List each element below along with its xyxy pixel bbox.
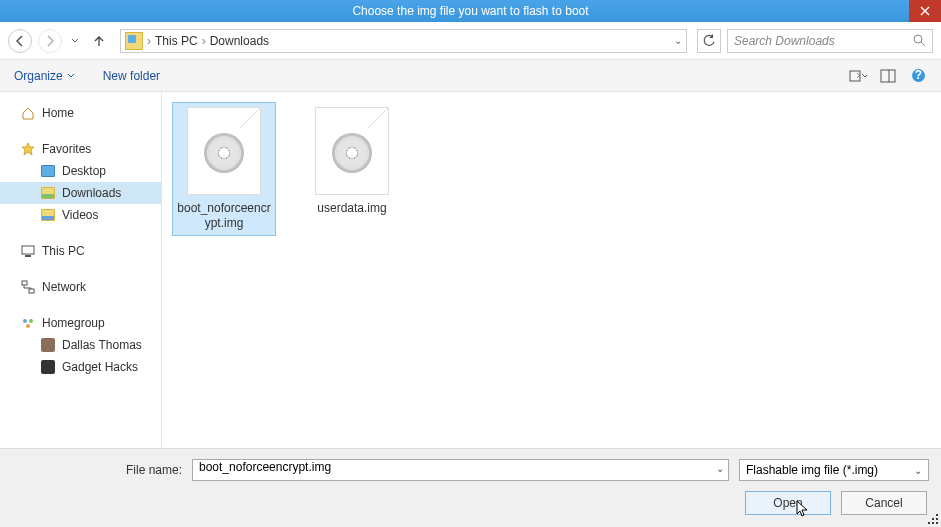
disc-icon (332, 133, 372, 173)
titlebar: Choose the img file you want to flash to… (0, 0, 941, 22)
refresh-button[interactable] (697, 29, 721, 53)
file-type-filter[interactable]: Flashable img file (*.img) ⌄ (739, 459, 929, 481)
open-button[interactable]: Open (745, 491, 831, 515)
open-label: Open (773, 496, 802, 510)
file-thumbnail (187, 107, 261, 195)
arrow-left-icon (14, 35, 26, 47)
resize-grip-icon[interactable] (927, 513, 939, 525)
sidebar: Home Favorites Desktop Downloads Videos (0, 92, 162, 473)
cancel-label: Cancel (865, 496, 902, 510)
cancel-button[interactable]: Cancel (841, 491, 927, 515)
file-label: userdata.img (305, 201, 399, 216)
file-thumbnail (315, 107, 389, 195)
svg-rect-2 (881, 70, 895, 82)
svg-rect-7 (25, 255, 31, 257)
star-icon (20, 141, 36, 157)
sidebar-item-user1[interactable]: Dallas Thomas (0, 334, 161, 356)
breadcrumb-root[interactable]: This PC (155, 34, 198, 48)
chevron-down-icon[interactable]: ⌄ (716, 463, 724, 474)
folder-icon (125, 32, 143, 50)
search-box[interactable] (727, 29, 933, 53)
sidebar-item-label: This PC (42, 244, 85, 258)
toolbar: Organize New folder ? (0, 60, 941, 92)
chevron-down-icon (71, 37, 79, 45)
avatar-icon (41, 360, 55, 374)
up-button[interactable] (90, 32, 108, 50)
svg-point-16 (928, 522, 930, 524)
sidebar-item-favorites[interactable]: Favorites (0, 138, 161, 160)
preview-icon (880, 69, 896, 83)
sidebar-item-label: Videos (62, 208, 98, 222)
help-button[interactable]: ? (909, 67, 927, 85)
search-input[interactable] (734, 34, 894, 48)
homegroup-icon (20, 315, 36, 331)
close-icon (920, 6, 930, 16)
filename-input[interactable]: boot_noforceencrypt.img ⌄ (192, 459, 729, 481)
svg-point-18 (936, 522, 938, 524)
file-area[interactable]: boot_noforceencrypt.img userdata.img (162, 92, 941, 473)
svg-rect-9 (29, 289, 34, 293)
forward-button[interactable] (38, 29, 62, 53)
filter-value: Flashable img file (*.img) (746, 463, 878, 477)
svg-text:?: ? (914, 68, 921, 82)
sidebar-item-videos[interactable]: Videos (0, 204, 161, 226)
breadcrumb-dropdown-icon[interactable]: ⌄ (674, 35, 682, 46)
sidebar-item-home[interactable]: Home (0, 102, 161, 124)
breadcrumb-sep-icon: › (202, 34, 206, 48)
sidebar-item-user2[interactable]: Gadget Hacks (0, 356, 161, 378)
window-title: Choose the img file you want to flash to… (352, 4, 588, 18)
history-dropdown[interactable] (68, 37, 82, 45)
organize-menu[interactable]: Organize (14, 69, 75, 83)
breadcrumb-folder[interactable]: Downloads (210, 34, 269, 48)
search-icon (913, 34, 926, 47)
new-folder-button[interactable]: New folder (103, 69, 160, 83)
svg-point-10 (23, 319, 27, 323)
avatar-icon (41, 338, 55, 352)
chevron-down-icon (67, 72, 75, 80)
svg-rect-8 (22, 281, 27, 285)
file-item[interactable]: userdata.img (300, 102, 404, 221)
sidebar-item-label: Downloads (62, 186, 121, 200)
chevron-down-icon: ⌄ (914, 465, 922, 476)
organize-label: Organize (14, 69, 63, 83)
breadcrumb-sep-icon: › (147, 34, 151, 48)
view-options-button[interactable] (849, 67, 867, 85)
svg-point-11 (29, 319, 33, 323)
arrow-right-icon (44, 35, 56, 47)
sidebar-item-label: Network (42, 280, 86, 294)
sidebar-item-label: Dallas Thomas (62, 338, 142, 352)
sidebar-item-label: Home (42, 106, 74, 120)
desktop-icon (41, 165, 55, 177)
back-button[interactable] (8, 29, 32, 53)
sidebar-item-label: Gadget Hacks (62, 360, 138, 374)
arrow-up-icon (92, 34, 106, 48)
filename-label: File name: (12, 463, 182, 477)
footer: File name: boot_noforceencrypt.img ⌄ Fla… (0, 448, 941, 527)
svg-point-0 (914, 35, 922, 43)
navigation-bar: › This PC › Downloads ⌄ (0, 22, 941, 60)
sidebar-item-label: Homegroup (42, 316, 105, 330)
refresh-icon (702, 34, 716, 48)
sidebar-item-network[interactable]: Network (0, 276, 161, 298)
sidebar-item-homegroup[interactable]: Homegroup (0, 312, 161, 334)
pc-icon (20, 243, 36, 259)
downloads-icon (41, 187, 55, 199)
home-icon (20, 105, 36, 121)
videos-icon (41, 209, 55, 221)
preview-pane-button[interactable] (879, 67, 897, 85)
sidebar-item-thispc[interactable]: This PC (0, 240, 161, 262)
svg-point-15 (936, 518, 938, 520)
filename-value: boot_noforceencrypt.img (199, 460, 331, 474)
view-icon (849, 69, 861, 83)
network-icon (20, 279, 36, 295)
svg-point-12 (26, 324, 30, 328)
main-area: Home Favorites Desktop Downloads Videos (0, 92, 941, 473)
svg-point-17 (932, 522, 934, 524)
breadcrumb[interactable]: › This PC › Downloads ⌄ (120, 29, 687, 53)
file-item[interactable]: boot_noforceencrypt.img (172, 102, 276, 236)
chevron-down-icon (861, 72, 867, 80)
close-button[interactable] (909, 0, 941, 22)
sidebar-item-desktop[interactable]: Desktop (0, 160, 161, 182)
file-label: boot_noforceencrypt.img (177, 201, 271, 231)
sidebar-item-downloads[interactable]: Downloads (0, 182, 161, 204)
